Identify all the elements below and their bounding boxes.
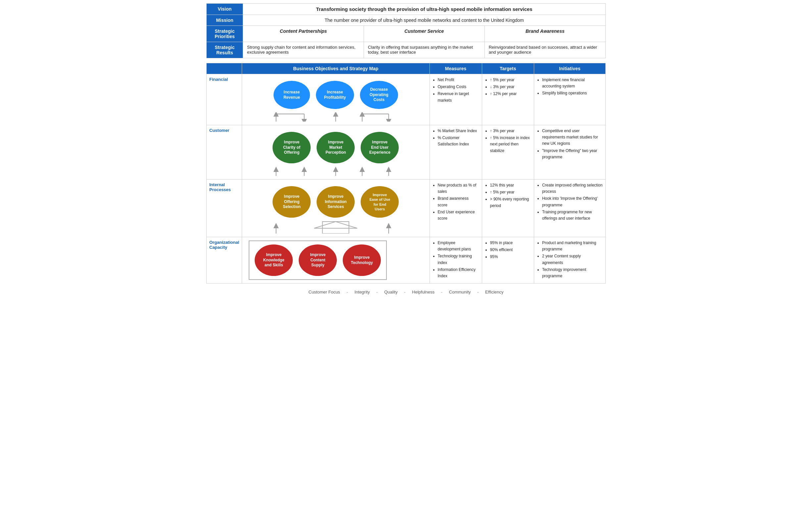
internal-initiatives: Create improved offering selection proce… xyxy=(534,179,605,237)
list-item: New products as % of sales xyxy=(438,182,479,195)
measures-header: Measures xyxy=(430,63,482,74)
footer-value: Integrity xyxy=(354,289,369,294)
org-targets: 95% in place90% efficient95% xyxy=(482,237,534,284)
list-item: % Market Share Index xyxy=(438,128,479,134)
financial-row: Financial IncreaseRevenue IncreaseProfit… xyxy=(207,74,606,125)
svg-marker-12 xyxy=(322,221,349,233)
customer-row: Customer ImproveClarity ofOffering Impro… xyxy=(207,125,606,179)
list-item: Information Efficiency Index xyxy=(438,267,479,279)
list-item: 95% xyxy=(490,254,531,260)
footer-value: Efficiency xyxy=(485,289,503,294)
financial-targets: ↑ 5% per year↓ 3% per year↑ 12% per year xyxy=(482,74,534,125)
customer-measures: % Market Share Index% Customer Satisfact… xyxy=(430,125,482,179)
mission-label: Mission xyxy=(207,15,243,26)
list-item: ↑ 5% per year xyxy=(490,189,531,196)
footer-separator: - xyxy=(440,289,444,294)
svg-marker-13 xyxy=(314,221,357,228)
list-item: 90% efficient xyxy=(490,247,531,253)
list-item: Hook into 'Improve the Offering' program… xyxy=(542,196,603,208)
internal-nodes: ImproveOfferingSelection ImproveInformat… xyxy=(249,183,423,221)
customer-initiatives: Competitive end user requirements market… xyxy=(534,125,605,179)
result2: Clarity in offering that surpasses anyth… xyxy=(364,42,484,58)
list-item: End User experience score xyxy=(438,209,479,221)
list-item: ↑ 3% per year xyxy=(490,128,531,134)
list-item: > 90% every reporting period xyxy=(490,196,531,209)
node-clarity-offering: ImproveClarity ofOffering xyxy=(273,132,310,163)
list-item: Brand awareness score xyxy=(438,196,479,208)
list-item: Product and marketing training programme xyxy=(542,240,603,253)
org-initiatives: Product and marketing training programme… xyxy=(534,237,605,284)
list-item: Revenue in target markets xyxy=(438,91,479,103)
targets-header: Targets xyxy=(482,63,534,74)
node-end-user-exp: ImproveEnd UserExperience xyxy=(361,132,399,163)
org-map: ImproveKnowledgeand Skills ImproveConten… xyxy=(242,237,430,284)
node-market-perception: ImproveMarketPerception xyxy=(317,132,355,163)
footer-separator: - xyxy=(345,289,349,294)
list-item: ↑ 12% per year xyxy=(490,91,531,97)
node-offering-selection: ImproveOfferingSelection xyxy=(273,186,310,218)
map-title: Business Objectives and Strategy Map xyxy=(242,63,430,74)
list-item: ↓ 3% per year xyxy=(490,84,531,90)
result3: Reinvigorated brand based on successes, … xyxy=(484,42,605,58)
customer-map: ImproveClarity ofOffering ImproveMarketP… xyxy=(242,125,430,179)
list-item: Implement new financial accounting syste… xyxy=(542,77,603,89)
footer-values: Customer Focus - Integrity - Quality - H… xyxy=(206,286,606,298)
list-item: Operating Costs xyxy=(438,84,479,90)
list-item: ↑ 5% increase in index next period then … xyxy=(490,135,531,154)
customer-to-internal-arrows xyxy=(249,167,423,176)
node-content-supply: ImproveContentSupply xyxy=(299,244,337,276)
result1: Strong supply chain for content and info… xyxy=(243,42,364,58)
footer-separator: - xyxy=(375,289,379,294)
mission-text: The number one provider of ultra-high sp… xyxy=(243,15,606,26)
customer-nodes: ImproveClarity ofOffering ImproveMarketP… xyxy=(249,129,423,167)
vision-label: Vision xyxy=(207,4,243,15)
vision-text: Transforming society through the provisi… xyxy=(243,4,606,15)
footer-value: Community xyxy=(449,289,471,294)
org-box: ImproveKnowledgeand Skills ImproveConten… xyxy=(249,241,387,280)
list-item: Employee development plans xyxy=(438,240,479,253)
financial-initiatives: Implement new financial accounting syste… xyxy=(534,74,605,125)
list-item: ↑ 5% per year xyxy=(490,77,531,83)
node-info-services: ImproveInformationServices xyxy=(317,186,355,218)
list-item: Create improved offering selection proce… xyxy=(542,182,603,195)
list-item: 12% this year xyxy=(490,182,531,188)
priority3: Brand Awareness xyxy=(484,26,605,42)
priority1: Content Partnerships xyxy=(243,26,364,42)
financial-map: IncreaseRevenue IncreaseProfitability De… xyxy=(242,74,430,125)
list-item: Training programme for new offerings and… xyxy=(542,209,603,221)
strategic-results-label: Strategic Results xyxy=(207,42,243,58)
footer-value: Quality xyxy=(384,289,397,294)
internal-row: Internal Processes ImproveOfferingSelect… xyxy=(207,179,606,237)
list-item: 95% in place xyxy=(490,240,531,246)
node-ease-of-use: ImproveEase of Usefor EndUsers xyxy=(361,186,399,218)
list-item: Technology training index xyxy=(438,253,479,266)
footer-separator: - xyxy=(476,289,480,294)
customer-targets: ↑ 3% per year↑ 5% increase in index next… xyxy=(482,125,534,179)
list-item: Simplify billing operations xyxy=(542,90,603,96)
internal-measures: New products as % of salesBrand awarenes… xyxy=(430,179,482,237)
list-item: Competitive end user requirements market… xyxy=(542,128,603,147)
list-item: "Improve the Offering" two year programm… xyxy=(542,148,603,160)
footer-separator: - xyxy=(403,289,407,294)
internal-targets: 12% this year↑ 5% per year> 90% every re… xyxy=(482,179,534,237)
node-increase-revenue: IncreaseRevenue xyxy=(274,81,310,109)
list-item: 2 year Content supply agreements xyxy=(542,253,603,266)
map-header-empty xyxy=(207,63,242,74)
list-item: Technology improvement programme xyxy=(542,267,603,279)
financial-arrows xyxy=(249,112,423,121)
footer-value: Customer Focus xyxy=(309,289,340,294)
node-increase-profitability: IncreaseProfitability xyxy=(316,81,354,109)
list-item: % Customer Satisfaction Index xyxy=(438,135,479,147)
financial-measures: Net ProfitOperating CostsRevenue in targ… xyxy=(430,74,482,125)
financial-nodes: IncreaseRevenue IncreaseProfitability De… xyxy=(249,77,423,112)
internal-to-org-arrows xyxy=(249,221,423,233)
internal-map: ImproveOfferingSelection ImproveInformat… xyxy=(242,179,430,237)
initiatives-header: Initiatives xyxy=(534,63,605,74)
customer-label: Customer xyxy=(207,125,242,179)
org-measures: Employee development plansTechnology tra… xyxy=(430,237,482,284)
node-decrease-costs: DecreaseOperatingCosts xyxy=(360,81,398,109)
node-knowledge-skills: ImproveKnowledgeand Skills xyxy=(255,244,293,276)
list-item: Net Profit xyxy=(438,77,479,83)
footer-value: Helpfulness xyxy=(412,289,434,294)
strategic-priorities-label: Strategic Priorities xyxy=(207,26,243,42)
